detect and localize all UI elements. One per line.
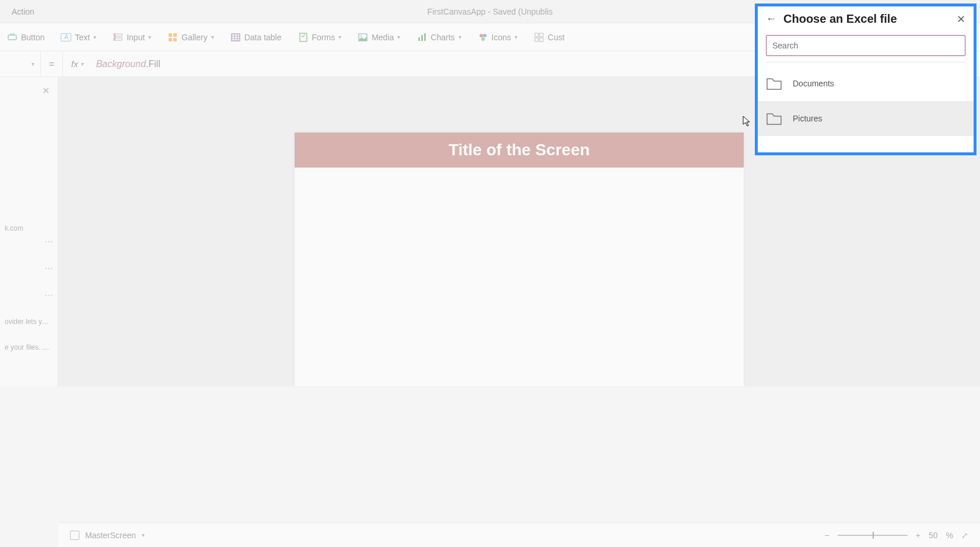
svg-point-21 [481, 37, 485, 41]
svg-rect-5 [173, 33, 177, 37]
search-input[interactable] [766, 35, 965, 56]
tab-action[interactable]: Action [6, 7, 40, 16]
equals-sign: = [41, 51, 63, 76]
folder-name: Documents [793, 79, 834, 88]
screen-title-bar: Title of the Screen [295, 133, 744, 168]
media-icon [358, 32, 368, 43]
svg-rect-1 [114, 34, 122, 36]
ribbon-input-label: Input [127, 33, 145, 42]
svg-rect-8 [232, 34, 240, 41]
status-bar: MasterScreen ▾ − + 50 % ⤢ [58, 522, 980, 547]
text-icon: A [61, 33, 71, 41]
screen-title: Title of the Screen [449, 141, 590, 159]
ribbon-charts[interactable]: Charts ▾ [416, 32, 461, 43]
screen-preview[interactable]: Title of the Screen [295, 133, 744, 386]
fx-label[interactable]: fx ▾ [63, 59, 92, 69]
svg-rect-24 [535, 38, 538, 41]
charts-icon [416, 32, 427, 43]
chevron-down-icon: ▾ [338, 34, 341, 40]
svg-rect-0 [8, 35, 16, 40]
button-icon [7, 32, 18, 43]
svg-rect-4 [169, 33, 172, 37]
forms-icon [298, 32, 309, 43]
chevron-down-icon: ▾ [148, 34, 151, 40]
folder-documents[interactable]: Documents [758, 66, 974, 101]
ribbon-button[interactable]: Button [7, 32, 44, 43]
zoom-controls: − + 50 % ⤢ [825, 531, 968, 540]
svg-rect-16 [418, 37, 420, 41]
ribbon-icons-label: Icons [492, 33, 511, 42]
expand-icon[interactable]: ⤢ [961, 531, 968, 540]
formula-object: Background [96, 59, 146, 69]
chevron-down-icon: ▾ [32, 61, 34, 67]
ribbon-media-label: Media [372, 33, 394, 42]
svg-rect-6 [169, 38, 172, 41]
panel-item[interactable]: e your files. Yo... [5, 343, 53, 351]
svg-point-15 [360, 35, 362, 37]
panel-title: Choose an Excel file [783, 12, 950, 26]
ribbon-forms-label: Forms [312, 33, 335, 42]
more-icon[interactable]: ⋯ [5, 264, 53, 273]
zoom-in-button[interactable]: + [916, 531, 921, 540]
svg-rect-2 [114, 38, 122, 40]
more-icon[interactable]: ⋯ [5, 291, 53, 300]
svg-rect-23 [540, 33, 543, 37]
chevron-down-icon: ▾ [80, 61, 83, 67]
ribbon-charts-label: Charts [430, 33, 454, 42]
chevron-down-icon: ▾ [397, 34, 400, 40]
svg-rect-17 [421, 35, 423, 41]
ribbon-button-label: Button [21, 33, 44, 42]
ribbon-gallery-label: Gallery [181, 33, 207, 42]
data-table-icon [230, 32, 241, 43]
zoom-out-button[interactable]: − [825, 531, 830, 540]
back-arrow-icon[interactable]: ← [766, 13, 776, 25]
folder-icon [766, 112, 782, 126]
folder-name: Pictures [793, 114, 822, 123]
zoom-slider[interactable] [838, 535, 908, 536]
app-title: FirstCanvasApp - Saved (Unpublis [428, 7, 553, 16]
svg-rect-7 [173, 38, 177, 41]
ribbon-custom-label: Cust [548, 33, 565, 42]
custom-icon [534, 32, 544, 43]
ribbon-custom[interactable]: Cust [534, 32, 565, 43]
folder-icon [766, 76, 782, 90]
svg-point-19 [480, 34, 483, 37]
ribbon-icons[interactable]: Icons ▾ [478, 32, 517, 43]
svg-point-20 [483, 34, 487, 37]
input-icon [113, 32, 123, 43]
chevron-down-icon: ▾ [211, 34, 214, 40]
gallery-icon [167, 32, 178, 43]
left-panel: ✕ k.com ⋯ ⋯ ⋯ ovider lets you ... e your… [0, 77, 58, 386]
screen-checkbox[interactable] [70, 531, 79, 540]
chevron-down-icon[interactable]: ▾ [142, 532, 145, 538]
icons-icon [478, 32, 488, 43]
ribbon-data-table[interactable]: Data table [230, 32, 282, 43]
chevron-down-icon: ▾ [514, 34, 517, 40]
panel-header: ← Choose an Excel file ✕ [758, 6, 974, 32]
zoom-value: 50 [929, 531, 938, 540]
panel-item[interactable]: ovider lets you ... [5, 318, 53, 326]
more-icon[interactable]: ⋯ [5, 237, 53, 246]
ribbon-forms[interactable]: Forms ▾ [298, 32, 342, 43]
panel-item[interactable]: k.com [5, 224, 53, 232]
property-dropdown[interactable]: ▾ [0, 51, 41, 76]
excel-file-picker-panel: ← Choose an Excel file ✕ Documents Pictu… [755, 4, 977, 155]
chevron-down-icon: ▾ [93, 34, 96, 40]
ribbon-input[interactable]: Input ▾ [113, 32, 151, 43]
svg-rect-18 [424, 33, 426, 41]
formula-property: .Fill [146, 59, 160, 69]
ribbon-data-table-label: Data table [244, 33, 282, 42]
close-icon[interactable]: ✕ [42, 85, 50, 96]
cursor-icon [743, 116, 752, 130]
file-list: Documents Pictures [758, 66, 974, 152]
ribbon-media[interactable]: Media ▾ [358, 32, 400, 43]
ribbon-gallery[interactable]: Gallery ▾ [167, 32, 214, 43]
screen-name[interactable]: MasterScreen [85, 531, 136, 540]
svg-rect-25 [540, 38, 543, 41]
close-icon[interactable]: ✕ [957, 13, 965, 26]
svg-rect-13 [300, 33, 307, 41]
zoom-unit: % [946, 531, 953, 540]
chevron-down-icon: ▾ [459, 34, 461, 40]
folder-pictures[interactable]: Pictures [758, 101, 974, 136]
ribbon-text[interactable]: A Text ▾ [61, 33, 96, 42]
